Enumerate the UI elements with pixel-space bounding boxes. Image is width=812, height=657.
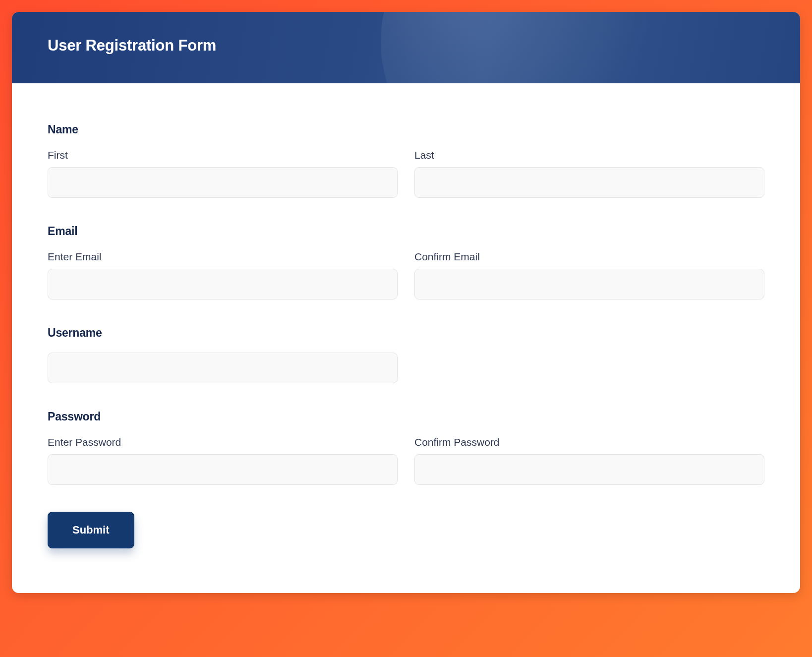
enter-password-label: Enter Password [48,436,398,448]
registration-card: User Registration Form Name First Last E… [12,12,800,593]
username-input[interactable] [48,353,398,383]
confirm-password-label: Confirm Password [414,436,764,448]
confirm-password-field: Confirm Password [414,436,764,485]
username-row [48,353,764,383]
last-name-input[interactable] [414,167,764,198]
first-name-field: First [48,149,398,198]
section-name: Name First Last [48,123,764,198]
confirm-email-input[interactable] [414,269,764,299]
section-email: Email Enter Email Confirm Email [48,225,764,299]
section-title-password: Password [48,410,764,423]
first-name-input[interactable] [48,167,398,198]
last-name-label: Last [414,149,764,161]
section-title-email: Email [48,225,764,238]
password-row: Enter Password Confirm Password [48,436,764,485]
submit-button[interactable]: Submit [48,512,134,548]
form-body: Name First Last Email Enter Email [12,83,800,593]
enter-email-label: Enter Email [48,251,398,263]
enter-password-field: Enter Password [48,436,398,485]
section-username: Username [48,326,764,383]
enter-email-input[interactable] [48,269,398,299]
confirm-password-input[interactable] [414,454,764,485]
first-name-label: First [48,149,398,161]
section-password: Password Enter Password Confirm Password [48,410,764,485]
enter-email-field: Enter Email [48,251,398,299]
name-row: First Last [48,149,764,198]
confirm-email-label: Confirm Email [414,251,764,263]
section-title-name: Name [48,123,764,136]
submit-row: Submit [48,512,764,548]
confirm-email-field: Confirm Email [414,251,764,299]
form-title: User Registration Form [48,37,764,55]
email-row: Enter Email Confirm Email [48,251,764,299]
form-header: User Registration Form [12,12,800,83]
section-title-username: Username [48,326,764,340]
username-field [48,353,398,383]
enter-password-input[interactable] [48,454,398,485]
last-name-field: Last [414,149,764,198]
